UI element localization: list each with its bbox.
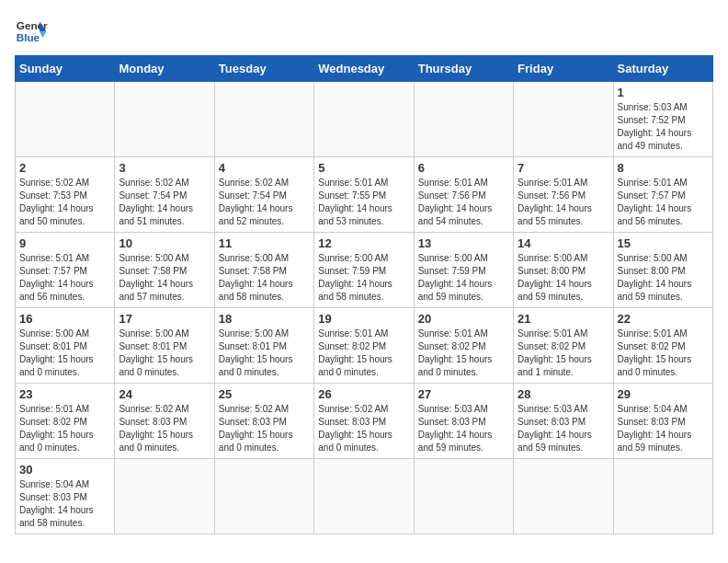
day-info: Sunrise: 5:00 AM Sunset: 7:59 PM Dayligh…: [418, 252, 509, 304]
day-info: Sunrise: 5:04 AM Sunset: 8:03 PM Dayligh…: [19, 478, 110, 530]
day-info: Sunrise: 5:02 AM Sunset: 8:03 PM Dayligh…: [119, 403, 210, 454]
day-info: Sunrise: 5:02 AM Sunset: 8:03 PM Dayligh…: [318, 403, 409, 454]
day-header-sunday: Sunday: [16, 56, 115, 82]
day-info: Sunrise: 5:02 AM Sunset: 7:53 PM Dayligh…: [19, 177, 110, 228]
day-info: Sunrise: 5:01 AM Sunset: 7:56 PM Dayligh…: [518, 177, 609, 228]
day-info: Sunrise: 5:00 AM Sunset: 8:01 PM Dayligh…: [119, 327, 210, 379]
day-header-friday: Friday: [514, 56, 613, 82]
calendar-cell: 27Sunrise: 5:03 AM Sunset: 8:03 PM Dayli…: [414, 384, 513, 459]
day-number: 8: [618, 161, 709, 175]
day-number: 16: [19, 312, 110, 326]
calendar-cell: 12Sunrise: 5:00 AM Sunset: 7:59 PM Dayli…: [314, 233, 414, 308]
calendar-week-row: 2Sunrise: 5:02 AM Sunset: 7:53 PM Daylig…: [16, 157, 713, 233]
svg-marker-3: [40, 31, 46, 38]
day-number: 17: [119, 312, 210, 326]
calendar-cell: 29Sunrise: 5:04 AM Sunset: 8:03 PM Dayli…: [613, 384, 712, 459]
calendar-cell: 16Sunrise: 5:00 AM Sunset: 8:01 PM Dayli…: [16, 308, 115, 384]
day-number: 18: [219, 312, 310, 326]
calendar-week-row: 23Sunrise: 5:01 AM Sunset: 8:02 PM Dayli…: [16, 384, 713, 459]
header: General Blue: [15, 15, 713, 48]
calendar-cell: 30Sunrise: 5:04 AM Sunset: 8:03 PM Dayli…: [16, 459, 115, 534]
day-number: 27: [418, 387, 509, 401]
day-info: Sunrise: 5:02 AM Sunset: 7:54 PM Dayligh…: [119, 177, 210, 228]
day-info: Sunrise: 5:00 AM Sunset: 7:58 PM Dayligh…: [119, 252, 210, 304]
calendar-cell: [314, 82, 414, 157]
day-number: 2: [19, 161, 110, 175]
day-info: Sunrise: 5:00 AM Sunset: 7:59 PM Dayligh…: [318, 252, 409, 304]
calendar-cell: 19Sunrise: 5:01 AM Sunset: 8:02 PM Dayli…: [314, 308, 414, 384]
calendar-cell: 8Sunrise: 5:01 AM Sunset: 7:57 PM Daylig…: [613, 157, 712, 233]
day-number: 6: [418, 161, 509, 175]
day-number: 30: [19, 463, 110, 477]
calendar-cell: 20Sunrise: 5:01 AM Sunset: 8:02 PM Dayli…: [414, 308, 513, 384]
day-number: 20: [418, 312, 509, 326]
day-info: Sunrise: 5:01 AM Sunset: 8:02 PM Dayligh…: [418, 327, 509, 379]
day-info: Sunrise: 5:03 AM Sunset: 7:52 PM Dayligh…: [618, 101, 709, 153]
day-number: 4: [219, 161, 310, 175]
day-number: 24: [119, 387, 210, 401]
day-number: 7: [518, 161, 609, 175]
day-info: Sunrise: 5:01 AM Sunset: 7:55 PM Dayligh…: [318, 177, 409, 228]
day-number: 14: [518, 236, 609, 250]
day-header-saturday: Saturday: [613, 56, 712, 82]
day-number: 23: [19, 387, 110, 401]
day-info: Sunrise: 5:00 AM Sunset: 8:00 PM Dayligh…: [618, 252, 709, 304]
calendar-week-row: 1Sunrise: 5:03 AM Sunset: 7:52 PM Daylig…: [16, 82, 713, 157]
calendar-cell: [214, 459, 313, 534]
day-number: 13: [418, 236, 509, 250]
calendar-table: SundayMondayTuesdayWednesdayThursdayFrid…: [15, 55, 713, 534]
day-number: 5: [318, 161, 409, 175]
calendar-cell: 28Sunrise: 5:03 AM Sunset: 8:03 PM Dayli…: [514, 384, 613, 459]
day-info: Sunrise: 5:03 AM Sunset: 8:03 PM Dayligh…: [518, 403, 609, 454]
logo-icon: General Blue: [15, 15, 48, 48]
calendar-cell: 3Sunrise: 5:02 AM Sunset: 7:54 PM Daylig…: [115, 157, 214, 233]
day-info: Sunrise: 5:00 AM Sunset: 8:01 PM Dayligh…: [19, 327, 110, 379]
calendar-cell: 1Sunrise: 5:03 AM Sunset: 7:52 PM Daylig…: [613, 82, 712, 157]
day-info: Sunrise: 5:00 AM Sunset: 8:00 PM Dayligh…: [518, 252, 609, 304]
calendar-cell: [414, 459, 513, 534]
logo: General Blue: [15, 15, 48, 48]
calendar-cell: 14Sunrise: 5:00 AM Sunset: 8:00 PM Dayli…: [514, 233, 613, 308]
calendar-week-row: 30Sunrise: 5:04 AM Sunset: 8:03 PM Dayli…: [16, 459, 713, 534]
calendar-header: SundayMondayTuesdayWednesdayThursdayFrid…: [16, 56, 713, 82]
calendar-cell: [414, 82, 513, 157]
calendar-cell: 22Sunrise: 5:01 AM Sunset: 8:02 PM Dayli…: [613, 308, 712, 384]
day-number: 25: [219, 387, 310, 401]
day-number: 19: [318, 312, 409, 326]
calendar-cell: [214, 82, 313, 157]
calendar-cell: 15Sunrise: 5:00 AM Sunset: 8:00 PM Dayli…: [613, 233, 712, 308]
day-info: Sunrise: 5:01 AM Sunset: 8:02 PM Dayligh…: [19, 403, 110, 454]
day-info: Sunrise: 5:04 AM Sunset: 8:03 PM Dayligh…: [618, 403, 709, 454]
calendar-cell: 24Sunrise: 5:02 AM Sunset: 8:03 PM Dayli…: [115, 384, 214, 459]
day-number: 21: [518, 312, 609, 326]
day-info: Sunrise: 5:01 AM Sunset: 8:02 PM Dayligh…: [518, 327, 609, 379]
calendar-cell: [16, 82, 115, 157]
calendar-cell: 5Sunrise: 5:01 AM Sunset: 7:55 PM Daylig…: [314, 157, 414, 233]
calendar-cell: 4Sunrise: 5:02 AM Sunset: 7:54 PM Daylig…: [214, 157, 313, 233]
day-number: 15: [618, 236, 709, 250]
day-number: 28: [518, 387, 609, 401]
day-info: Sunrise: 5:02 AM Sunset: 8:03 PM Dayligh…: [219, 403, 310, 454]
day-header-wednesday: Wednesday: [314, 56, 414, 82]
calendar-cell: 6Sunrise: 5:01 AM Sunset: 7:56 PM Daylig…: [414, 157, 513, 233]
day-number: 29: [618, 387, 709, 401]
calendar-cell: 21Sunrise: 5:01 AM Sunset: 8:02 PM Dayli…: [514, 308, 613, 384]
day-info: Sunrise: 5:00 AM Sunset: 8:01 PM Dayligh…: [219, 327, 310, 379]
day-number: 9: [19, 236, 110, 250]
calendar-cell: 10Sunrise: 5:00 AM Sunset: 7:58 PM Dayli…: [115, 233, 214, 308]
calendar-cell: 11Sunrise: 5:00 AM Sunset: 7:58 PM Dayli…: [214, 233, 313, 308]
calendar-cell: 17Sunrise: 5:00 AM Sunset: 8:01 PM Dayli…: [115, 308, 214, 384]
day-number: 1: [618, 86, 709, 99]
day-info: Sunrise: 5:00 AM Sunset: 7:58 PM Dayligh…: [219, 252, 310, 304]
calendar-cell: 7Sunrise: 5:01 AM Sunset: 7:56 PM Daylig…: [514, 157, 613, 233]
calendar-cell: [115, 459, 214, 534]
calendar-cell: 2Sunrise: 5:02 AM Sunset: 7:53 PM Daylig…: [16, 157, 115, 233]
calendar-body: 1Sunrise: 5:03 AM Sunset: 7:52 PM Daylig…: [16, 82, 713, 534]
calendar-cell: 13Sunrise: 5:00 AM Sunset: 7:59 PM Dayli…: [414, 233, 513, 308]
day-info: Sunrise: 5:01 AM Sunset: 8:02 PM Dayligh…: [318, 327, 409, 379]
calendar-cell: [613, 459, 712, 534]
day-number: 22: [618, 312, 709, 326]
day-info: Sunrise: 5:01 AM Sunset: 7:57 PM Dayligh…: [618, 177, 709, 228]
calendar-cell: [514, 459, 613, 534]
days-header-row: SundayMondayTuesdayWednesdayThursdayFrid…: [16, 56, 713, 82]
